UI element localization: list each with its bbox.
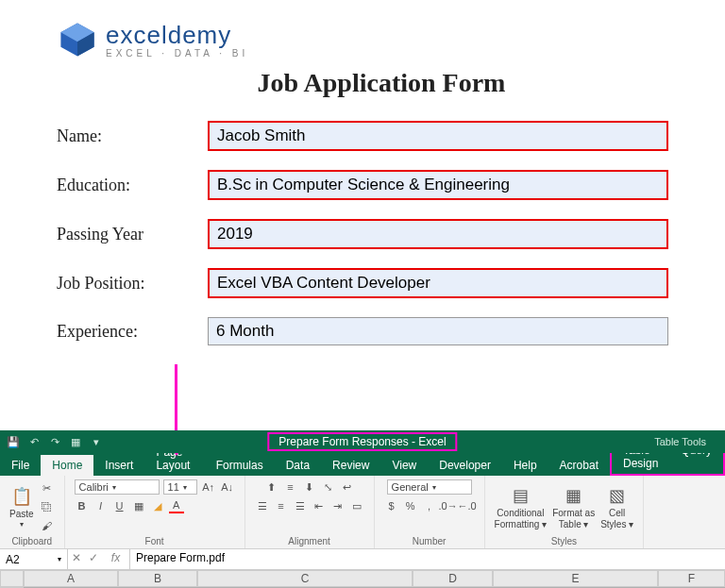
tab-help[interactable]: Help (502, 455, 548, 476)
currency-icon[interactable]: $ (384, 498, 399, 513)
copy-icon[interactable]: ⿻ (40, 499, 55, 514)
titlebar: 💾 ↶ ↷ ▦ ▾ Prepare Form Responses - Excel… (0, 430, 725, 453)
cut-icon[interactable]: ✂ (40, 480, 55, 496)
group-number: General▾ $ % , .0→ ←.0 Number (375, 476, 485, 548)
col-header[interactable]: C (197, 570, 412, 587)
field-position[interactable]: Excel VBA Content Developer (208, 268, 668, 298)
format-as-table-button[interactable]: ▦Format asTable ▾ (552, 484, 595, 529)
paste-button[interactable]: 📋Paste▾ (9, 485, 34, 529)
window-title: Prepare Form Responses - Excel (267, 432, 457, 451)
align-middle-icon[interactable]: ≡ (283, 479, 298, 495)
ribbon: 📋Paste▾ ✂ ⿻ 🖌 Clipboard Calibri▾ 11▾ A↑ … (0, 476, 725, 549)
font-color-button[interactable]: A (169, 498, 184, 513)
label-name: Name: (57, 126, 208, 146)
group-alignment: ⬆ ≡ ⬇ ⤡ ↩ ☰ ≡ ☰ ⇤ ⇥ ▭ Alignment (245, 476, 375, 548)
orientation-icon[interactable]: ⤡ (321, 479, 336, 495)
label-education: Education: (57, 176, 208, 195)
increase-decimal-icon[interactable]: .0→ (441, 498, 456, 513)
wrap-text-icon[interactable]: ↩ (340, 479, 355, 495)
merge-icon[interactable]: ▭ (349, 498, 364, 513)
formula-bar: A2▾ ✕ ✓ fx Prepare Form.pdf (0, 549, 725, 570)
formula-input[interactable]: Prepare Form.pdf (130, 549, 725, 569)
conditional-formatting-button[interactable]: ▤ConditionalFormatting ▾ (495, 484, 548, 529)
redo-icon[interactable]: ↷ (49, 436, 60, 447)
paste-icon: 📋 (10, 485, 33, 508)
form-title: Job Application Form (94, 68, 668, 98)
undo-icon[interactable]: ↶ (28, 436, 40, 447)
qat-more-icon[interactable]: ▾ (91, 436, 102, 447)
tab-insert[interactable]: Insert (93, 455, 144, 476)
align-left-icon[interactable]: ☰ (255, 498, 270, 513)
tab-review[interactable]: Review (321, 455, 380, 476)
align-center-icon[interactable]: ≡ (274, 498, 289, 513)
save-icon[interactable]: 💾 (8, 436, 19, 447)
align-bottom-icon[interactable]: ⬇ (302, 479, 317, 495)
tab-file[interactable]: File (0, 455, 41, 476)
field-name[interactable]: Jacob Smith (208, 121, 668, 151)
group-clipboard: 📋Paste▾ ✂ ⿻ 🖌 Clipboard (0, 476, 65, 548)
tab-acrobat[interactable]: Acrobat (548, 455, 610, 476)
decrease-decimal-icon[interactable]: ←.0 (460, 498, 475, 513)
spreadsheet-grid: A B C D E F 1 Column1▾ Name▾ Education▾ … (0, 570, 725, 588)
table-icon: ▦ (563, 484, 585, 507)
col-header[interactable]: F (658, 570, 725, 587)
field-passing-year[interactable]: 2019 (208, 219, 668, 249)
decrease-font-icon[interactable]: A↓ (220, 479, 235, 495)
comma-icon[interactable]: , (422, 498, 437, 513)
label-position: Job Position: (57, 274, 208, 294)
annotation-arrow (0, 393, 725, 430)
number-format-select[interactable]: General▾ (387, 479, 472, 495)
cf-icon: ▤ (509, 484, 531, 507)
fx-icon[interactable]: fx (102, 549, 130, 569)
increase-indent-icon[interactable]: ⇥ (330, 498, 346, 513)
field-experience[interactable]: 6 Month (208, 317, 668, 345)
cancel-icon[interactable]: ✕ (68, 549, 85, 569)
logo-text: exceldemy (106, 21, 248, 50)
group-styles: ▤ConditionalFormatting ▾ ▦Format asTable… (485, 476, 645, 548)
logo-subtext: EXCEL · DATA · BI (106, 48, 248, 59)
align-right-icon[interactable]: ☰ (293, 498, 308, 513)
fill-color-button[interactable]: ◢ (150, 498, 165, 513)
increase-font-icon[interactable]: A↑ (201, 479, 216, 495)
decrease-indent-icon[interactable]: ⇤ (312, 498, 327, 513)
font-size-select[interactable]: 11▾ (163, 479, 197, 495)
label-experience: Experience: (57, 322, 208, 342)
pdf-form: exceldemy EXCEL · DATA · BI Job Applicat… (0, 0, 725, 393)
enter-icon[interactable]: ✓ (85, 549, 102, 569)
tab-developer[interactable]: Developer (428, 455, 502, 476)
qat-icon[interactable]: ▦ (70, 436, 81, 447)
ribbon-tabs: File Home Insert Page Layout Formulas Da… (0, 453, 725, 476)
italic-button[interactable]: I (93, 498, 109, 513)
tab-view[interactable]: View (380, 455, 428, 476)
label-passing-year: Passing Year (57, 225, 208, 244)
bold-button[interactable]: B (75, 498, 90, 513)
font-family-select[interactable]: Calibri▾ (75, 479, 160, 495)
underline-button[interactable]: U (112, 498, 127, 513)
col-header[interactable]: B (118, 570, 198, 587)
styles-icon: ▧ (606, 484, 629, 507)
format-painter-icon[interactable]: 🖌 (40, 518, 55, 533)
percent-icon[interactable]: % (403, 498, 418, 513)
cell-styles-button[interactable]: ▧CellStyles ▾ (600, 484, 633, 529)
align-top-icon[interactable]: ⬆ (264, 479, 279, 495)
field-education[interactable]: B.Sc in Computer Science & Engineering (208, 170, 668, 200)
tab-data[interactable]: Data (275, 455, 321, 476)
select-all-corner[interactable] (0, 570, 24, 587)
tab-home[interactable]: Home (41, 455, 93, 476)
col-header[interactable]: D (413, 570, 493, 587)
col-header[interactable]: E (493, 570, 658, 587)
table-tools-label: Table Tools (654, 436, 706, 447)
logo: exceldemy EXCEL · DATA · BI (57, 19, 668, 60)
group-font: Calibri▾ 11▾ A↑ A↓ B I U ▦ ◢ A Font (65, 476, 245, 548)
tab-formulas[interactable]: Formulas (205, 455, 275, 476)
logo-icon (57, 19, 98, 60)
col-header[interactable]: A (24, 570, 118, 587)
name-box[interactable]: A2▾ (0, 549, 68, 569)
border-button[interactable]: ▦ (131, 498, 146, 513)
